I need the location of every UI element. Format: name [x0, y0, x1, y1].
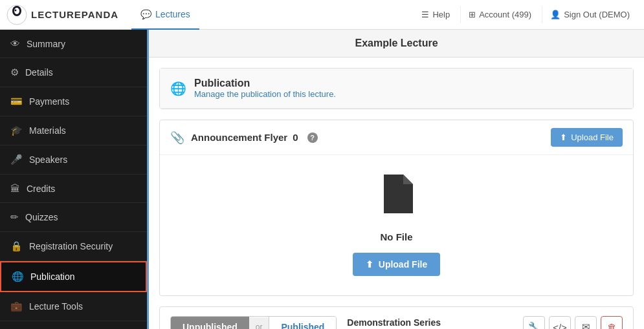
user-icon: 👤 — [550, 10, 561, 19]
email-action-button[interactable]: ✉ — [575, 316, 597, 329]
help-label: Help — [432, 10, 450, 19]
upload-icon-top: ⬆ — [560, 133, 567, 142]
signout-button[interactable]: 👤 Sign Out (DEMO) — [542, 6, 638, 23]
logo-icon — [6, 5, 27, 25]
publication-card: 🌐 Publication Manage the publication of … — [159, 68, 634, 109]
signout-label: Sign Out (DEMO) — [564, 10, 630, 19]
upload-btn-top-label: Upload File — [571, 133, 614, 142]
flyer-card: 📎 Announcement Flyer 0 ? ⬆ Upload File — [159, 120, 634, 296]
eye-icon: 👁 — [10, 38, 20, 49]
help-button[interactable]: ☰ Help — [414, 6, 458, 23]
upload-btn-label: Upload File — [379, 259, 427, 270]
globe-section-icon: 🌐 — [170, 81, 186, 96]
globe-icon: 🌐 — [12, 271, 24, 282]
status-toggle: Unpublished or Published — [170, 316, 337, 329]
sidebar-label-publication: Publication — [30, 271, 75, 282]
no-file-text: No File — [380, 231, 412, 242]
code-action-button[interactable]: </> — [549, 316, 571, 329]
main-layout: 👁 Summary ⚙ Details 💳 Payments 🎓 Materia… — [0, 30, 644, 329]
demo-title: Demonstration Series — [347, 317, 513, 328]
delete-action-button[interactable]: 🗑 — [601, 316, 623, 329]
publication-subtitle: Manage the publication of this lecture. — [194, 89, 336, 99]
sidebar-item-summary[interactable]: 👁 Summary — [0, 30, 147, 58]
gear-icon: ⚙ — [10, 67, 19, 78]
flyer-title: Announcement Flyer 0 — [191, 132, 298, 143]
account-button[interactable]: ⊞ Account (499) — [460, 6, 539, 23]
upload-file-button[interactable]: ⬆ Upload File — [353, 253, 440, 276]
grid-icon: ⊞ — [469, 10, 476, 19]
nav-right: ☰ Help ⊞ Account (499) 👤 Sign Out (DEMO) — [414, 6, 638, 23]
upload-icon: ⬆ — [366, 259, 373, 270]
bank-icon: 🏛 — [10, 183, 20, 194]
nav-tab-lectures[interactable]: 💬 Lectures — [131, 0, 199, 30]
pencil-icon: ✏ — [10, 211, 19, 223]
sidebar-label-speakers: Speakers — [29, 154, 67, 165]
upload-file-top-button[interactable]: ⬆ Upload File — [551, 128, 623, 147]
sidebar-item-payments[interactable]: 💳 Payments — [0, 87, 147, 116]
paperclip-icon: 📎 — [170, 131, 184, 145]
no-file-icon — [381, 175, 413, 221]
payment-icon: 💳 — [10, 96, 23, 107]
status-or: or — [249, 317, 269, 329]
content-area: Example Lecture 🌐 Publication Manage the… — [147, 30, 644, 329]
sidebar-label-summary: Summary — [27, 39, 65, 49]
briefcase-icon: 💼 — [10, 301, 23, 312]
wrench-icon: 🔧 — [528, 321, 540, 329]
flyer-body: No File ⬆ Upload File — [160, 155, 633, 295]
flyer-header: 📎 Announcement Flyer 0 ? ⬆ Upload File — [160, 120, 633, 155]
logo-text: LECTUREPANDA — [31, 9, 118, 20]
published-status[interactable]: Published — [269, 317, 336, 329]
sidebar-label-payments: Payments — [29, 96, 69, 107]
pub-actions: 🔧 </> ✉ 🗑 — [523, 316, 623, 329]
sidebar-label-details: Details — [25, 67, 53, 78]
document-icon — [381, 175, 413, 213]
svg-point-3 — [15, 9, 17, 11]
page-title: Example Lecture — [355, 37, 438, 48]
page-header: Example Lecture — [149, 30, 644, 58]
lock-icon: 🔒 — [10, 240, 23, 252]
trash-icon: 🗑 — [607, 322, 617, 330]
sidebar: 👁 Summary ⚙ Details 💳 Payments 🎓 Materia… — [0, 30, 147, 329]
publication-header: 🌐 Publication Manage the publication of … — [160, 69, 633, 109]
demo-series-info: Demonstration Series Demonstration of Le… — [347, 317, 513, 329]
logo: LECTUREPANDA — [6, 5, 118, 25]
account-label: Account (499) — [479, 10, 531, 19]
sidebar-item-lecture-tools[interactable]: 💼 Lecture Tools — [0, 292, 147, 321]
sidebar-label-lecture-tools: Lecture Tools — [29, 301, 83, 312]
list-icon: ☰ — [421, 10, 429, 19]
unpublished-status[interactable]: Unpublished — [171, 317, 249, 329]
help-icon: ? — [307, 133, 318, 143]
sidebar-label-quizzes: Quizzes — [25, 212, 58, 222]
code-icon: </> — [553, 322, 567, 330]
top-navbar: LECTUREPANDA 💬 Lectures ☰ Help ⊞ Account… — [0, 0, 644, 30]
sidebar-item-credits[interactable]: 🏛 Credits — [0, 175, 147, 203]
sidebar-item-publication[interactable]: 🌐 Publication — [0, 261, 147, 292]
sidebar-label-materials: Materials — [29, 125, 66, 136]
mic-icon: 🎤 — [10, 154, 23, 165]
settings-action-button[interactable]: 🔧 — [523, 316, 545, 329]
sidebar-item-speakers[interactable]: 🎤 Speakers — [0, 145, 147, 175]
sidebar-item-quizzes[interactable]: ✏ Quizzes — [0, 203, 147, 232]
publication-title: Publication — [194, 78, 336, 89]
sidebar-item-materials[interactable]: 🎓 Materials — [0, 116, 147, 145]
sidebar-label-credits: Credits — [27, 184, 55, 194]
sidebar-item-details[interactable]: ⚙ Details — [0, 58, 147, 87]
pub-status-bar: Unpublished or Published Demonstration S… — [159, 306, 634, 329]
graduation-icon: 🎓 — [10, 125, 23, 136]
chat-icon: 💬 — [140, 9, 151, 19]
sidebar-item-registration-security[interactable]: 🔒 Registration Security — [0, 232, 147, 261]
nav-tab-lectures-label: Lectures — [155, 9, 190, 19]
sidebar-label-reg-security: Registration Security — [29, 241, 113, 251]
mail-icon: ✉ — [582, 321, 590, 329]
